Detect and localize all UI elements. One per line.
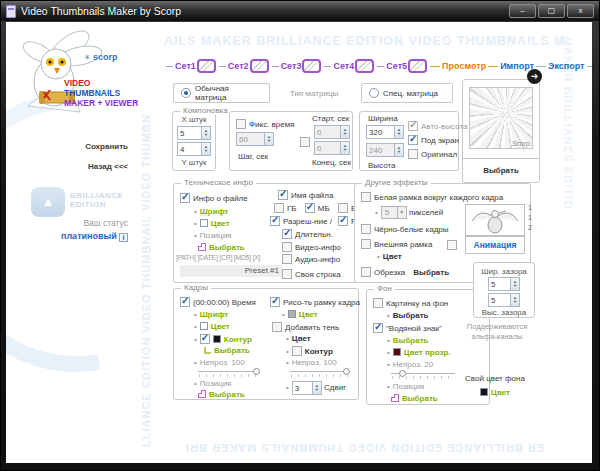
time-checkbox[interactable] bbox=[180, 297, 190, 307]
slider-thumb[interactable] bbox=[399, 370, 406, 377]
frames-color-label[interactable]: Цвет bbox=[211, 322, 230, 331]
tab-set2[interactable]: Сет2 bbox=[228, 61, 249, 71]
draw-color-label[interactable]: Цвет bbox=[299, 310, 318, 319]
position-icon[interactable] bbox=[198, 390, 206, 398]
tab-set4[interactable]: Сет4 bbox=[333, 61, 354, 71]
frames-position-choose-row[interactable]: Выбрать bbox=[198, 390, 245, 399]
y-count-stepper[interactable]: 4 bbox=[177, 142, 211, 156]
original-row[interactable]: Оригинал bbox=[408, 149, 457, 159]
duration-row[interactable]: Длительн. bbox=[282, 229, 333, 239]
start-stepper[interactable]: 0 bbox=[314, 125, 350, 139]
chevron-down-icon[interactable]: ▼ bbox=[397, 207, 406, 218]
duration-checkbox[interactable] bbox=[282, 229, 292, 239]
special-matrix-radio-box[interactable]: Спец. матрица bbox=[361, 83, 453, 103]
bg-opacity-slider[interactable] bbox=[391, 370, 455, 379]
custom-string-checkbox[interactable] bbox=[282, 269, 292, 279]
watermark-choose-row[interactable]: •Выбрать bbox=[387, 336, 429, 345]
preview-choose-button[interactable]: Выбрать bbox=[463, 166, 539, 175]
frames-font-row[interactable]: •Шрифт bbox=[194, 310, 228, 319]
minimize-button[interactable]: – bbox=[509, 4, 536, 18]
bg-image-choose-label[interactable]: Выбрать bbox=[393, 311, 429, 320]
spinner-arrows-icon[interactable] bbox=[201, 127, 210, 139]
tech-font-row[interactable]: •Шрифт bbox=[194, 207, 228, 216]
position-icon[interactable] bbox=[198, 243, 206, 251]
outline-color-swatch[interactable] bbox=[213, 335, 221, 343]
back-link[interactable]: Назад <<< bbox=[70, 162, 128, 171]
tab-set3[interactable]: Сет3 bbox=[281, 61, 302, 71]
tab-set5-thumbnail-icon[interactable] bbox=[408, 59, 427, 73]
pixels-dropdown[interactable]: 5▼ bbox=[381, 206, 407, 219]
crop-checkbox[interactable] bbox=[361, 267, 371, 277]
spinner-arrows-icon[interactable] bbox=[510, 294, 519, 306]
slider-thumb[interactable] bbox=[253, 368, 260, 375]
outline-choose-row[interactable]: Выбрать bbox=[204, 346, 250, 355]
draw-color-row[interactable]: •Цвет bbox=[282, 310, 318, 319]
outer-color-label[interactable]: Цвет bbox=[383, 252, 402, 261]
b-checkbox[interactable] bbox=[338, 203, 348, 213]
tech-color-row[interactable]: •Цвет bbox=[194, 219, 230, 228]
frames-color-swatch[interactable] bbox=[200, 322, 208, 330]
watermark-choose-label[interactable]: Выбрать bbox=[393, 336, 429, 345]
filename-checkbox[interactable] bbox=[278, 190, 288, 200]
fit-screen-row[interactable]: Под экран bbox=[408, 135, 459, 145]
tab-export[interactable]: Экспорт bbox=[548, 61, 585, 71]
spinner-arrows-icon[interactable] bbox=[340, 126, 349, 138]
range-checkbox[interactable] bbox=[300, 137, 310, 147]
transp-color-swatch[interactable] bbox=[393, 348, 401, 356]
outer-frame-checkbox[interactable] bbox=[361, 239, 371, 249]
tech-color-swatch[interactable] bbox=[200, 219, 208, 227]
info-icon[interactable]: i bbox=[119, 233, 128, 242]
tab-import[interactable]: Импорт bbox=[500, 61, 534, 71]
tab-preview[interactable]: Просмотр bbox=[442, 61, 486, 71]
position-icon[interactable] bbox=[391, 394, 399, 402]
white-frame-checkbox[interactable] bbox=[361, 192, 371, 202]
shadow-color-row[interactable]: •Цвет bbox=[286, 334, 311, 343]
own-bg-color-label[interactable]: Цвет bbox=[491, 388, 510, 397]
spinner-arrows-icon[interactable] bbox=[510, 278, 519, 290]
filename-row[interactable]: Имя файла bbox=[278, 190, 333, 200]
custom-string-row[interactable]: Своя строка bbox=[282, 269, 341, 279]
outer-color-row[interactable]: •Цвет bbox=[377, 252, 402, 261]
tab-set5[interactable]: Сет5 bbox=[386, 61, 407, 71]
bg-position-choose-row[interactable]: Выбрать bbox=[391, 394, 438, 403]
normal-matrix-radio[interactable] bbox=[181, 88, 191, 98]
animation-button[interactable]: Анимация bbox=[465, 236, 525, 254]
tab-set1[interactable]: Сет1 bbox=[175, 61, 196, 71]
tab-set3-thumbnail-icon[interactable] bbox=[302, 59, 321, 73]
outline-choose-label[interactable]: Выбрать bbox=[214, 346, 250, 355]
fixed-time-row[interactable]: Фикс. время bbox=[236, 119, 295, 129]
spinner-arrows-icon[interactable] bbox=[340, 142, 349, 154]
step-stepper[interactable]: 60 bbox=[236, 132, 274, 146]
fit-screen-checkbox[interactable] bbox=[408, 135, 418, 145]
resolution-checkbox[interactable] bbox=[270, 216, 280, 226]
outer-frame-row[interactable]: Внешняя рамка bbox=[361, 239, 432, 249]
special-matrix-radio[interactable] bbox=[369, 88, 379, 98]
draw-color-swatch[interactable] bbox=[288, 310, 296, 318]
video-info-checkbox[interactable] bbox=[282, 242, 292, 252]
preview-image[interactable]: Scorp bbox=[469, 87, 533, 149]
tech-font-label[interactable]: Шрифт bbox=[200, 207, 229, 216]
frames-font-label[interactable]: Шрифт bbox=[200, 310, 229, 319]
frames-color-row[interactable]: •Цвет bbox=[194, 322, 230, 331]
outline-checkbox[interactable] bbox=[200, 334, 210, 344]
crop-choose-label[interactable]: Выбрать bbox=[413, 268, 449, 277]
bg-image-checkbox[interactable] bbox=[373, 298, 383, 308]
transp-color-label[interactable]: Цвет прозр. bbox=[404, 348, 451, 357]
width-stepper[interactable]: 320 bbox=[366, 125, 404, 139]
end-stepper[interactable]: 0 bbox=[314, 141, 350, 155]
shadow-outline-row[interactable]: •Контур bbox=[286, 346, 333, 356]
spinner-arrows-icon[interactable] bbox=[394, 126, 403, 138]
fixed-time-checkbox[interactable] bbox=[236, 119, 246, 129]
mb-checkbox[interactable] bbox=[305, 203, 315, 213]
frames-opacity-slider[interactable] bbox=[198, 368, 260, 377]
shadow-row[interactable]: Добавить тень bbox=[272, 322, 339, 332]
own-bg-color-row[interactable]: Цвет bbox=[452, 388, 538, 397]
arrow-right-button[interactable]: ➜ bbox=[527, 69, 542, 84]
tab-set4-thumbnail-icon[interactable] bbox=[355, 59, 374, 73]
bg-position-choose-label[interactable]: Выбрать bbox=[402, 394, 438, 403]
white-frame-row[interactable]: Белая рамка вокруг каждого кадра bbox=[361, 192, 503, 202]
spinner-arrows-icon[interactable] bbox=[264, 133, 273, 145]
animation-checkbox[interactable] bbox=[447, 240, 457, 250]
file-info-checkbox[interactable] bbox=[180, 193, 190, 203]
shadow-opacity-slider[interactable] bbox=[290, 368, 350, 377]
